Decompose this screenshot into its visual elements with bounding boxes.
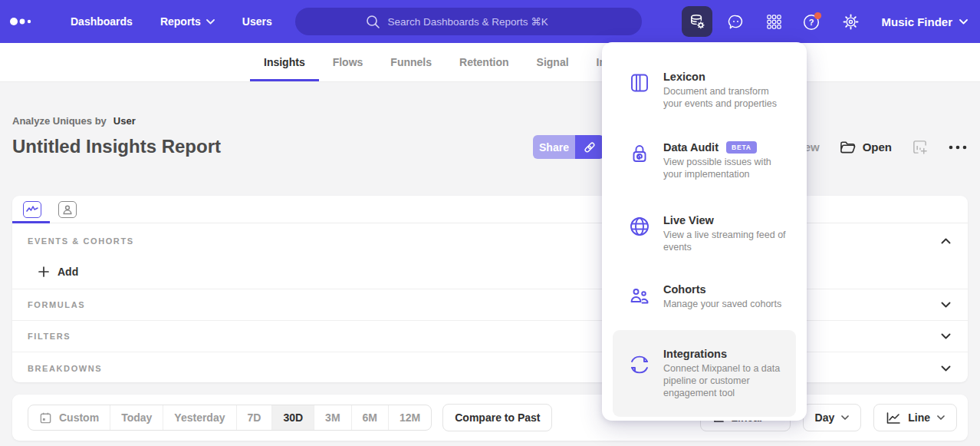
section-filters[interactable]: FILTERS: [12, 321, 968, 352]
range-yesterday[interactable]: Yesterday: [163, 405, 236, 430]
plus-icon: [38, 266, 49, 277]
range-today[interactable]: Today: [110, 405, 163, 430]
beta-badge: BETA: [726, 141, 757, 154]
range-12m[interactable]: 12M: [389, 405, 431, 430]
tab-insights[interactable]: Insights: [250, 43, 319, 81]
analyze-entity[interactable]: User: [113, 115, 136, 127]
compare-to-past-button[interactable]: Compare to Past: [442, 404, 552, 431]
query-builder-card: EVENTS & COHORTS Add FORMULAS FILTERS BR…: [12, 196, 968, 382]
date-range-picker: Custom Today Yesterday 7D 30D 3M 6M 12M: [28, 405, 432, 431]
range-3m[interactable]: 3M: [314, 405, 351, 430]
lexicon-icon: [629, 72, 650, 94]
chevron-down-icon: [959, 19, 968, 25]
link-icon: [582, 140, 597, 155]
gear-icon: [842, 13, 860, 31]
menu-item-live-view[interactable]: Live View View a live streaming feed of …: [613, 206, 796, 263]
feedback-button[interactable]: [720, 6, 751, 37]
range-6m[interactable]: 6M: [352, 405, 389, 430]
database-gear-icon: [689, 13, 706, 31]
add-event-button[interactable]: Add: [38, 266, 78, 278]
data-audit-icon: [629, 143, 650, 164]
cohorts-icon: [629, 285, 650, 306]
report-tabbar: Insights Flows Funnels Retention Signal …: [0, 43, 980, 82]
folder-icon: [840, 140, 856, 154]
interval-dropdown[interactable]: Day: [803, 404, 862, 431]
global-search[interactable]: [295, 8, 642, 35]
more-dots-icon: [948, 144, 968, 150]
help-button[interactable]: ?: [797, 6, 827, 37]
section-breakdowns[interactable]: BREAKDOWNS: [12, 352, 968, 384]
nav-item-reports[interactable]: Reports: [160, 15, 215, 28]
tab-retention[interactable]: Retention: [446, 43, 523, 81]
chevron-down-icon: [941, 302, 951, 308]
svg-text:?: ?: [809, 18, 814, 27]
line-chart-icon: [886, 411, 901, 425]
menu-item-data-audit[interactable]: Data Audit BETA View possible issues wit…: [613, 133, 796, 190]
top-nav: Dashboards Reports Users: [0, 0, 980, 43]
chevron-down-icon: [206, 19, 215, 25]
range-7d[interactable]: 7D: [237, 405, 273, 430]
chart-type-dropdown[interactable]: Line: [873, 404, 957, 431]
search-input[interactable]: [388, 16, 572, 28]
chevron-down-icon: [841, 415, 849, 420]
help-icon: ?: [802, 12, 822, 31]
tab-signal[interactable]: Signal: [523, 43, 583, 81]
calendar-icon: [39, 411, 52, 425]
tab-flows[interactable]: Flows: [319, 43, 377, 81]
analyze-uniques-label: Analyze Uniques byUser: [12, 115, 136, 127]
share-button[interactable]: Share: [533, 135, 575, 159]
grid-icon: [765, 13, 783, 31]
menu-item-lexicon[interactable]: Lexicon Document and transform your even…: [613, 62, 796, 119]
chevron-down-icon: [941, 365, 951, 372]
builder-view-tabs: [12, 196, 968, 223]
menu-item-cohorts[interactable]: Cohorts Manage your saved cohorts: [613, 275, 796, 319]
live-view-icon: [629, 216, 650, 237]
nav-item-users[interactable]: Users: [242, 15, 272, 28]
share-split-button: Share: [533, 135, 604, 159]
chat-bubble-icon: [727, 13, 745, 31]
notification-dot: [814, 12, 821, 19]
chart-icon: [26, 205, 38, 214]
report-title[interactable]: Untitled Insights Report: [12, 136, 221, 157]
settings-button[interactable]: [835, 6, 866, 37]
apps-grid-button[interactable]: [758, 6, 789, 37]
metrics-view-tab[interactable]: [23, 201, 41, 218]
profiles-view-tab[interactable]: [58, 201, 77, 218]
open-report-button[interactable]: Open: [840, 140, 892, 154]
project-selector[interactable]: Music Finder: [881, 15, 968, 28]
range-custom[interactable]: Custom: [28, 405, 110, 430]
data-management-button[interactable]: [682, 6, 712, 37]
search-icon: [366, 15, 380, 29]
chevron-down-icon: [941, 333, 951, 339]
section-events-cohorts[interactable]: EVENTS & COHORTS: [12, 228, 968, 254]
section-formulas[interactable]: FORMULAS: [12, 289, 968, 321]
integrations-icon: [629, 354, 650, 375]
chart-toolbar: Custom Today Yesterday 7D 30D 3M 6M 12M …: [12, 395, 968, 441]
data-management-menu: Lexicon Document and transform your even…: [602, 42, 807, 421]
chevron-down-icon: [937, 415, 945, 420]
chevron-up-icon: [941, 238, 951, 244]
range-30d[interactable]: 30D: [272, 405, 314, 430]
events-add-row: Add: [12, 254, 968, 289]
tab-funnels[interactable]: Funnels: [377, 43, 446, 81]
nav-item-dashboards[interactable]: Dashboards: [71, 15, 133, 28]
more-options-button[interactable]: [948, 144, 968, 150]
chart-add-icon: [912, 139, 928, 155]
header-actions: New Open: [796, 135, 968, 159]
add-to-dashboard-button[interactable]: [912, 139, 928, 155]
mixpanel-logo[interactable]: [0, 16, 46, 27]
person-icon: [62, 204, 73, 215]
menu-item-integrations[interactable]: Integrations Connect Mixpanel to a data …: [613, 330, 796, 417]
copy-link-button[interactable]: [575, 135, 604, 159]
project-name: Music Finder: [881, 15, 952, 28]
